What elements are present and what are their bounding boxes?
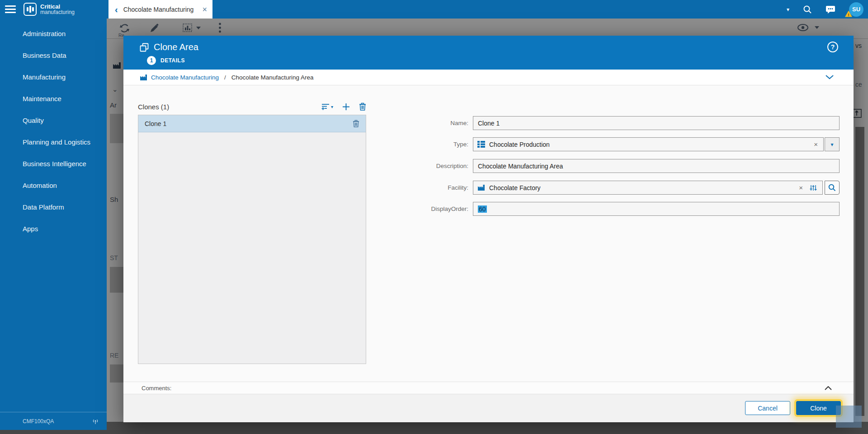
- sidebar-item-manufacturing[interactable]: Manufacturing: [0, 66, 107, 88]
- form-row-facility: Facility: Chocolate Factory ×: [352, 181, 840, 195]
- sidebar-item-label: Business Intelligence: [23, 160, 86, 168]
- more-options-kebab-icon: [219, 23, 221, 33]
- collapse-chevron-down-icon[interactable]: [826, 75, 834, 79]
- sidebar-item-apps[interactable]: Apps: [0, 218, 107, 239]
- breadcrumb: Chocolate Manufacturing / Chocolate Manu…: [123, 70, 854, 85]
- breadcrumb-separator: /: [224, 74, 226, 81]
- breadcrumb-current: Chocolate Manufacturing Area: [231, 74, 314, 81]
- clones-list: Clone 1: [138, 115, 366, 364]
- sidebar-item-label: Administration: [23, 30, 66, 37]
- connection-antenna-icon: [92, 418, 99, 425]
- clone-list-item-selected[interactable]: Clone 1: [138, 115, 366, 132]
- chart-icon: [183, 23, 193, 33]
- refresh-icon: [119, 23, 130, 33]
- sidebar-item-label: Data Platform: [23, 203, 64, 211]
- display-order-label: DisplayOrder:: [352, 205, 473, 212]
- tab-title: Chocolate Manufacturing: [123, 6, 199, 13]
- clones-panel: Clones (1) ▾ Clone 1: [138, 101, 366, 364]
- facility-filter-icon[interactable]: [810, 184, 817, 191]
- sidebar-item-business-intelligence[interactable]: Business Intelligence: [0, 153, 107, 174]
- factory-icon: [113, 62, 121, 69]
- comments-label: Comments:: [142, 385, 171, 392]
- comments-collapse-chevron-up-icon[interactable]: [825, 386, 832, 390]
- facility-picker[interactable]: Chocolate Factory ×: [473, 181, 823, 195]
- sidebar-item-business-data[interactable]: Business Data: [0, 44, 107, 66]
- sidebar-item-planning-and-logistics[interactable]: Planning and Logistics: [0, 131, 107, 153]
- sidebar-item-label: Manufacturing: [23, 73, 66, 81]
- step-number-badge: 1: [147, 56, 156, 65]
- form-row-description: Description:: [352, 159, 840, 173]
- clone-area-dialog: Clone Area 1 DETAILS ? Chocolate Manufac…: [123, 36, 854, 422]
- sidebar-item-data-platform[interactable]: Data Platform: [0, 196, 107, 218]
- dialog-title: Clone Area: [154, 42, 198, 52]
- type-value: Chocolate Production: [489, 141, 810, 148]
- sidebar-item-label: Maintenance: [23, 95, 61, 103]
- description-label: Description:: [352, 163, 473, 169]
- entity-type-icon: [477, 140, 485, 148]
- wizard-step-details[interactable]: 1 DETAILS: [147, 56, 185, 65]
- page-fragment-re: RE: [110, 352, 118, 359]
- edit-pencil-icon: [150, 23, 159, 33]
- breadcrumb-parent-link[interactable]: Chocolate Manufacturing: [151, 74, 219, 81]
- user-avatar[interactable]: SU: [849, 2, 863, 17]
- page-fragment-st: ST: [110, 254, 118, 261]
- collapse-chevron-fragment: ⌄: [112, 85, 118, 93]
- form-row-name: Name:: [352, 116, 840, 130]
- tab-close-icon[interactable]: ×: [202, 5, 207, 14]
- menu-hamburger-icon[interactable]: [5, 5, 16, 13]
- sidebar-item-label: Planning and Logistics: [23, 138, 90, 146]
- messages-icon[interactable]: [826, 5, 835, 14]
- critical-manufacturing-logo-icon: [24, 3, 37, 16]
- name-field[interactable]: [473, 116, 840, 130]
- add-filter-icon[interactable]: ▾: [321, 103, 333, 111]
- sidebar-item-maintenance[interactable]: Maintenance: [0, 88, 107, 109]
- delete-clones-icon[interactable]: [359, 103, 366, 111]
- clear-type-icon[interactable]: ×: [814, 141, 818, 148]
- dialog-footer: Cancel Clone: [123, 394, 854, 422]
- add-clone-icon[interactable]: [342, 103, 350, 111]
- display-order-field[interactable]: 60: [473, 202, 840, 216]
- facility-label: Facility:: [352, 184, 473, 191]
- sidebar-item-administration[interactable]: Administration: [0, 23, 107, 44]
- form-row-type: Type: Chocolate Production × ▾: [352, 137, 840, 151]
- environment-name: CMF100xQA: [23, 418, 92, 425]
- clone-button[interactable]: Clone: [796, 401, 841, 415]
- top-bar: Critical manufacturing ‹ Chocolate Manuf…: [0, 0, 868, 19]
- search-icon[interactable]: [803, 5, 812, 14]
- sidebar-item-quality[interactable]: Quality: [0, 109, 107, 131]
- page-fragment-ar: Ar: [110, 101, 117, 109]
- comments-section-bar[interactable]: Comments:: [123, 382, 854, 394]
- cancel-button[interactable]: Cancel: [745, 401, 790, 415]
- page-fragment-vs: vs: [855, 42, 862, 49]
- logo-text-line1: Critical: [40, 4, 75, 9]
- sidebar-item-label: Quality: [23, 117, 44, 124]
- sidebar-item-label: Business Data: [23, 51, 66, 59]
- page-fragment-ce: ce: [855, 81, 862, 88]
- sidebar-item-label: Automation: [23, 182, 57, 189]
- app-logo: Critical manufacturing: [24, 3, 75, 16]
- type-dropdown-button[interactable]: ▾: [825, 137, 840, 151]
- factory-icon: [140, 74, 147, 81]
- logo-text-line2: manufacturing: [40, 9, 75, 15]
- main-menu-sidebar: Administration Business Data Manufacturi…: [0, 19, 107, 430]
- help-icon[interactable]: ?: [827, 42, 838, 52]
- sidebar-item-label: Apps: [23, 225, 38, 233]
- filter-caret-icon: ▾: [331, 104, 333, 109]
- description-field[interactable]: [473, 159, 840, 173]
- page-fragment-sh: Sh: [110, 196, 118, 203]
- chart-caret-icon: [196, 27, 201, 30]
- open-page-tab[interactable]: ‹ Chocolate Manufacturing ×: [108, 0, 212, 19]
- clones-panel-title: Clones (1): [138, 103, 169, 111]
- facility-search-button[interactable]: [825, 181, 840, 195]
- sidebar-item-automation[interactable]: Automation: [0, 174, 107, 196]
- tab-back-icon[interactable]: ‹: [115, 5, 118, 14]
- topbar-dropdown-caret-icon[interactable]: ▾: [787, 6, 789, 13]
- facility-value: Chocolate Factory: [489, 184, 795, 191]
- type-combobox[interactable]: Chocolate Production ×: [473, 137, 824, 151]
- click-highlight-overlay: [836, 406, 862, 428]
- clear-facility-icon[interactable]: ×: [799, 184, 803, 191]
- dropdown-caret-icon: ▾: [830, 141, 833, 148]
- eye-icon: [797, 24, 808, 31]
- type-label: Type:: [352, 141, 473, 148]
- background-scrollbar[interactable]: [855, 127, 864, 416]
